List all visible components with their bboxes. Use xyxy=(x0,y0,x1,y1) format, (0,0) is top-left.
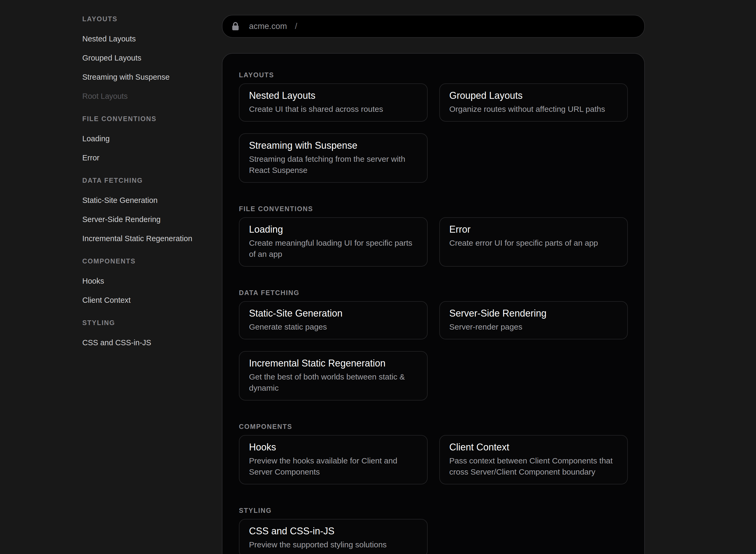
sidebar-section-components: COMPONENTSHooksClient Context xyxy=(82,257,211,310)
card-title: Nested Layouts xyxy=(249,90,418,101)
address-domain: acme.com xyxy=(249,21,287,31)
card-server-side-rendering[interactable]: Server-Side RenderingServer-render pages xyxy=(439,301,628,339)
card-description: Create error UI for specific parts of an… xyxy=(449,237,618,248)
card-description: Create UI that is shared across routes xyxy=(249,104,418,115)
card-description: Create meaningful loading UI for specifi… xyxy=(249,237,418,260)
card-css-and-css-in-js[interactable]: CSS and CSS-in-JSPreview the supported s… xyxy=(239,519,428,554)
sidebar-item-nested-layouts[interactable]: Nested Layouts xyxy=(82,29,211,48)
card-title: CSS and CSS-in-JS xyxy=(249,526,418,537)
card-client-context[interactable]: Client ContextPass context between Clien… xyxy=(439,435,628,485)
sidebar-item-hooks[interactable]: Hooks xyxy=(82,271,211,290)
card-description: Organize routes without affecting URL pa… xyxy=(449,104,618,115)
sidebar-section-label: LAYOUTS xyxy=(82,15,211,23)
card-description: Preview the supported styling solutions xyxy=(249,539,418,550)
app-background: LAYOUTSNested LayoutsGrouped LayoutsStre… xyxy=(0,0,756,554)
card-description: Streaming data fetching from the server … xyxy=(249,154,418,176)
card-grid: CSS and CSS-in-JSPreview the supported s… xyxy=(239,519,628,554)
card-grid: Static-Site GenerationGenerate static pa… xyxy=(239,301,628,400)
card-title: Streaming with Suspense xyxy=(249,140,418,151)
address-bar[interactable]: acme.com / xyxy=(222,15,645,38)
sidebar-item-error[interactable]: Error xyxy=(82,148,211,167)
sidebar-item-loading[interactable]: Loading xyxy=(82,129,211,148)
card-title: Loading xyxy=(249,224,418,235)
sidebar-item-incremental-static-regeneration[interactable]: Incremental Static Regeneration xyxy=(82,229,211,248)
right-gutter xyxy=(645,0,756,554)
card-nested-layouts[interactable]: Nested LayoutsCreate UI that is shared a… xyxy=(239,84,428,122)
content-section-file-conventions: FILE CONVENTIONSLoadingCreate meaningful… xyxy=(239,205,628,267)
section-label: FILE CONVENTIONS xyxy=(239,205,628,213)
card-streaming-with-suspense[interactable]: Streaming with SuspenseStreaming data fe… xyxy=(239,133,428,183)
sidebar-item-root-layouts: Root Layouts xyxy=(82,87,211,106)
card-grid: LoadingCreate meaningful loading UI for … xyxy=(239,217,628,267)
sidebar-section-label: FILE CONVENTIONS xyxy=(82,115,211,123)
card-grouped-layouts[interactable]: Grouped LayoutsOrganize routes without a… xyxy=(439,84,628,122)
sidebar-section-data-fetching: DATA FETCHINGStatic-Site GenerationServe… xyxy=(82,176,211,248)
card-loading[interactable]: LoadingCreate meaningful loading UI for … xyxy=(239,217,428,267)
sidebar-item-client-context[interactable]: Client Context xyxy=(82,290,211,310)
content-section-components: COMPONENTSHooksPreview the hooks availab… xyxy=(239,422,628,485)
sidebar-item-server-side-rendering[interactable]: Server-Side Rendering xyxy=(82,210,211,229)
sidebar-section-file-conventions: FILE CONVENTIONSLoadingError xyxy=(82,115,211,167)
card-static-site-generation[interactable]: Static-Site GenerationGenerate static pa… xyxy=(239,301,428,339)
sidebar-section-layouts: LAYOUTSNested LayoutsGrouped LayoutsStre… xyxy=(82,15,211,106)
card-grid: Nested LayoutsCreate UI that is shared a… xyxy=(239,84,628,183)
card-description: Preview the hooks available for Client a… xyxy=(249,455,418,478)
address-path-separator: / xyxy=(295,21,297,31)
card-incremental-static-regeneration[interactable]: Incremental Static RegenerationGet the b… xyxy=(239,351,428,400)
lock-icon xyxy=(232,22,239,31)
card-title: Hooks xyxy=(249,442,418,452)
sidebar-section-label: STYLING xyxy=(82,319,211,327)
card-title: Static-Site Generation xyxy=(249,308,418,319)
card-hooks[interactable]: HooksPreview the hooks available for Cli… xyxy=(239,435,428,485)
content-panel: LAYOUTSNested LayoutsCreate UI that is s… xyxy=(222,53,645,554)
card-error[interactable]: ErrorCreate error UI for specific parts … xyxy=(439,217,628,267)
card-title: Client Context xyxy=(449,442,618,452)
card-grid: HooksPreview the hooks available for Cli… xyxy=(239,435,628,485)
main-area: acme.com / LAYOUTSNested LayoutsCreate U… xyxy=(222,0,645,554)
sidebar-item-streaming-with-suspense[interactable]: Streaming with Suspense xyxy=(82,67,211,87)
card-description: Server-render pages xyxy=(449,321,618,333)
card-title: Error xyxy=(449,224,618,235)
card-title: Server-Side Rendering xyxy=(449,308,618,319)
sidebar: LAYOUTSNested LayoutsGrouped LayoutsStre… xyxy=(0,0,222,554)
sidebar-item-css-and-css-in-js[interactable]: CSS and CSS-in-JS xyxy=(82,333,211,352)
card-title: Incremental Static Regeneration xyxy=(249,358,418,369)
sidebar-section-styling: STYLINGCSS and CSS-in-JS xyxy=(82,319,211,352)
content-section-styling: STYLINGCSS and CSS-in-JSPreview the supp… xyxy=(239,506,628,554)
section-label: STYLING xyxy=(239,506,628,515)
section-label: DATA FETCHING xyxy=(239,288,628,297)
sidebar-section-label: COMPONENTS xyxy=(82,257,211,265)
card-description: Pass context between Client Components t… xyxy=(449,455,618,478)
card-title: Grouped Layouts xyxy=(449,90,618,101)
sidebar-section-label: DATA FETCHING xyxy=(82,176,211,184)
section-label: LAYOUTS xyxy=(239,71,628,79)
card-description: Generate static pages xyxy=(249,321,418,333)
sidebar-item-grouped-layouts[interactable]: Grouped Layouts xyxy=(82,48,211,67)
sidebar-item-static-site-generation[interactable]: Static-Site Generation xyxy=(82,191,211,210)
content-section-data-fetching: DATA FETCHINGStatic-Site GenerationGener… xyxy=(239,288,628,400)
card-description: Get the best of both worlds between stat… xyxy=(249,371,418,394)
section-label: COMPONENTS xyxy=(239,422,628,431)
content-section-layouts: LAYOUTSNested LayoutsCreate UI that is s… xyxy=(239,71,628,183)
